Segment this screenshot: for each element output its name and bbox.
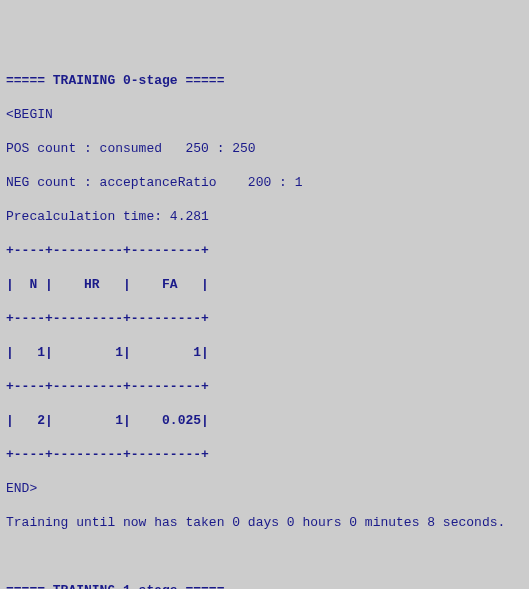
stage-header: ===== TRAINING 1-stage ===== — [6, 582, 523, 589]
table-header: | N | HR | FA | — [6, 276, 523, 293]
table-row: | 1| 1| 1| — [6, 344, 523, 361]
table-separator: +----+---------+---------+ — [6, 446, 523, 463]
pos-count-line: POS count : consumed 250 : 250 — [6, 140, 523, 157]
begin-tag: <BEGIN — [6, 106, 523, 123]
stage-header: ===== TRAINING 0-stage ===== — [6, 72, 523, 89]
neg-count-line: NEG count : acceptanceRatio 200 : 1 — [6, 174, 523, 191]
table-separator: +----+---------+---------+ — [6, 378, 523, 395]
precalc-line: Precalculation time: 4.281 — [6, 208, 523, 225]
elapsed-line: Training until now has taken 0 days 0 ho… — [6, 514, 523, 531]
table-separator: +----+---------+---------+ — [6, 242, 523, 259]
table-separator: +----+---------+---------+ — [6, 310, 523, 327]
blank-line — [6, 548, 523, 565]
table-row: | 2| 1| 0.025| — [6, 412, 523, 429]
end-tag: END> — [6, 480, 523, 497]
